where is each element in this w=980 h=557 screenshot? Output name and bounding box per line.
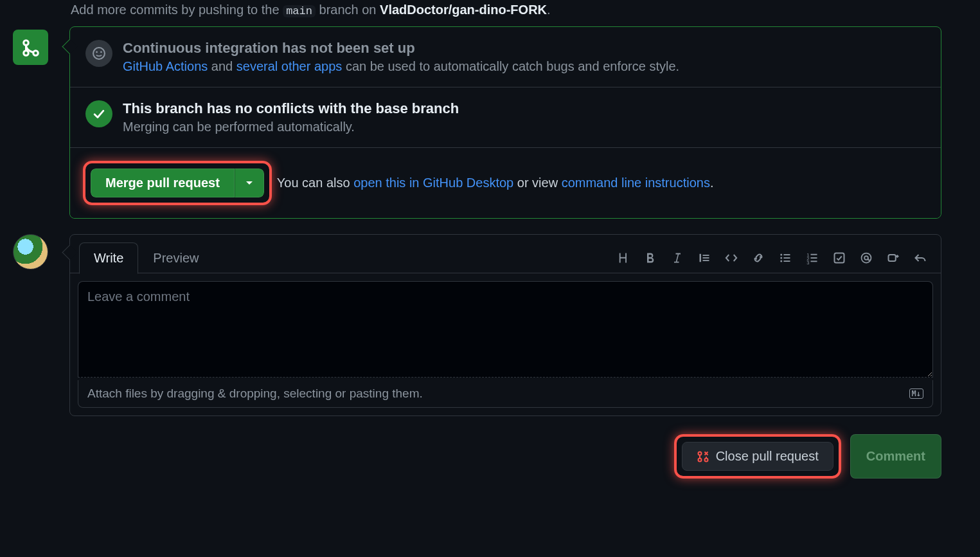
tab-write[interactable]: Write (79, 242, 138, 274)
svg-rect-25 (889, 255, 896, 261)
close-button-label: Close pull request (716, 449, 819, 464)
quote-button[interactable] (697, 250, 712, 266)
svg-rect-9 (703, 260, 709, 261)
ordered-list-button[interactable]: 123 (805, 250, 820, 266)
svg-point-0 (23, 40, 28, 45)
svg-rect-15 (784, 260, 790, 262)
close-button-highlight: Close pull request (674, 434, 841, 479)
svg-point-3 (93, 48, 105, 59)
comment-textarea[interactable] (78, 281, 933, 378)
svg-point-12 (780, 260, 782, 262)
check-icon (92, 107, 106, 121)
conflict-subtitle: Merging can be performed automatically. (123, 120, 459, 134)
ci-subtitle: GitHub Actions and several other apps ca… (123, 59, 679, 74)
svg-point-27 (698, 458, 701, 461)
svg-point-1 (23, 50, 28, 55)
list-unordered-icon (779, 251, 792, 264)
ci-status-icon (85, 40, 112, 67)
bold-icon (644, 251, 657, 264)
workflow-icon (92, 46, 106, 60)
markdown-supported-badge[interactable]: M↓ (909, 388, 923, 399)
cross-reference-button[interactable] (886, 250, 901, 266)
comment-box: Write Preview 123 A (69, 234, 941, 416)
tab-preview[interactable]: Preview (138, 242, 213, 274)
unordered-list-button[interactable] (778, 250, 793, 266)
git-pull-request-closed-icon (697, 450, 709, 463)
heading-icon (617, 251, 630, 264)
bold-button[interactable] (643, 250, 658, 266)
github-actions-link[interactable]: GitHub Actions (123, 59, 208, 73)
svg-rect-21 (811, 260, 817, 262)
merge-timeline-badge (13, 30, 48, 65)
conflict-status-icon (85, 100, 112, 127)
svg-rect-22 (835, 253, 844, 262)
svg-point-5 (100, 51, 102, 53)
svg-point-26 (698, 452, 701, 455)
merge-hint: You can also open this in GitHub Desktop… (277, 176, 714, 190)
cli-instructions-link[interactable]: command line instructions (562, 176, 710, 190)
svg-point-4 (96, 51, 98, 53)
comment-button[interactable]: Comment (850, 434, 941, 479)
conflict-title: This branch has no conflicts with the ba… (123, 100, 459, 117)
merge-pull-request-button[interactable]: Merge pull request (91, 169, 235, 197)
svg-rect-19 (811, 253, 817, 255)
hint-mid: branch on (316, 3, 380, 17)
link-button[interactable] (751, 250, 766, 266)
attach-files-hint[interactable]: Attach files by dragging & dropping, sel… (78, 380, 933, 408)
svg-text:3: 3 (806, 260, 809, 264)
svg-rect-7 (703, 255, 709, 256)
branch-name: main (283, 5, 316, 17)
svg-point-10 (780, 253, 782, 255)
svg-point-11 (780, 257, 782, 259)
merge-status-box: Continuous integration has not been set … (69, 26, 941, 219)
mention-icon (860, 251, 873, 264)
italic-icon (671, 251, 684, 264)
code-icon (725, 251, 738, 264)
hint-prefix: Add more commits by pushing to the (71, 3, 283, 17)
heading-button[interactable] (616, 250, 631, 266)
tasklist-icon (833, 251, 846, 264)
tasklist-button[interactable] (832, 250, 847, 266)
list-ordered-icon: 123 (806, 251, 819, 264)
code-button[interactable] (724, 250, 739, 266)
italic-button[interactable] (670, 250, 685, 266)
svg-point-2 (33, 50, 38, 55)
merge-dropdown-button[interactable] (235, 169, 264, 197)
svg-rect-14 (784, 257, 790, 259)
svg-point-23 (862, 253, 871, 262)
caret-down-icon (245, 181, 253, 186)
reply-button[interactable] (913, 250, 928, 266)
attach-text: Attach files by dragging & dropping, sel… (87, 387, 423, 401)
quote-icon (698, 251, 711, 264)
svg-rect-6 (700, 253, 702, 262)
svg-rect-20 (811, 257, 817, 259)
user-avatar[interactable] (13, 234, 48, 269)
open-desktop-link[interactable]: open this in GitHub Desktop (353, 176, 513, 190)
reply-icon (914, 251, 927, 264)
push-hint: Add more commits by pushing to the main … (71, 3, 941, 17)
cross-reference-icon (887, 251, 900, 264)
merge-button-highlight: Merge pull request (83, 161, 272, 205)
repo-name: VladDoctor/gan-dino-FORK (380, 3, 547, 17)
mention-button[interactable] (859, 250, 874, 266)
close-pull-request-button[interactable]: Close pull request (682, 442, 833, 471)
svg-rect-8 (703, 257, 709, 259)
hint-suffix: . (547, 3, 551, 17)
svg-rect-13 (784, 254, 790, 255)
formatting-toolbar: 123 (616, 250, 932, 266)
ci-title: Continuous integration has not been set … (123, 40, 679, 57)
svg-point-28 (704, 458, 708, 461)
git-merge-icon (21, 38, 40, 57)
link-icon (752, 251, 765, 264)
other-apps-link[interactable]: several other apps (236, 59, 343, 73)
